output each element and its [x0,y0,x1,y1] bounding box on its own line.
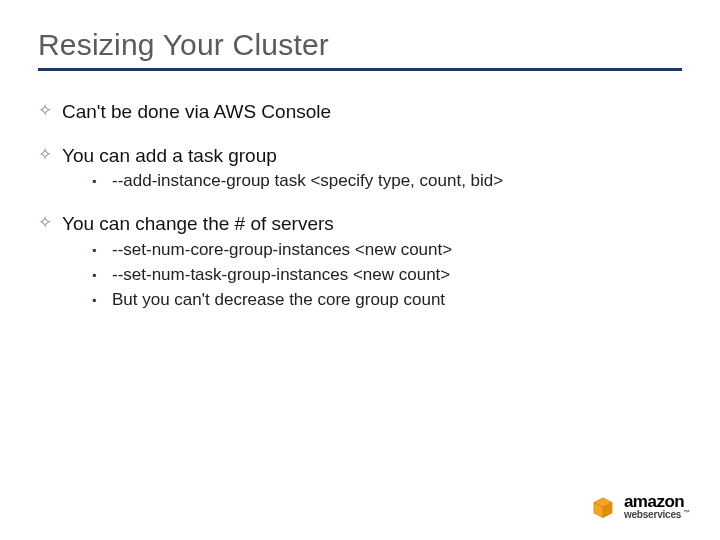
diamond-icon: ✧ [38,99,62,123]
title-rule [38,68,682,71]
aws-logo: amazon webservices™ [588,492,690,522]
list-item-text: Can't be done via AWS Console [62,99,682,125]
trademark-icon: ™ [683,509,690,516]
list-item: ▪ --set-num-core-group-instances <new co… [92,239,682,262]
diamond-icon: ✧ [38,211,62,235]
list-item-text: But you can't decrease the core group co… [112,289,682,312]
diamond-icon: ✧ [38,143,62,167]
list-item: ▪ --add-instance-group task <specify typ… [92,170,682,193]
slide: Resizing Your Cluster ✧ Can't be done vi… [0,0,720,540]
list-item-text: --set-num-task-group-instances <new coun… [112,264,682,287]
list-item: ▪ But you can't decrease the core group … [92,289,682,312]
square-icon: ▪ [92,239,112,262]
aws-logo-line1: amazon [624,492,684,511]
slide-title: Resizing Your Cluster [38,28,682,62]
list-item-text: You can change the # of servers [62,211,682,237]
list-item-text: --add-instance-group task <specify type,… [112,170,682,193]
square-icon: ▪ [92,264,112,287]
square-icon: ▪ [92,170,112,193]
list-item: ▪ --set-num-task-group-instances <new co… [92,264,682,287]
list-item: ✧ Can't be done via AWS Console [38,99,682,125]
list-item: ✧ You can add a task group ▪ --add-insta… [38,143,682,194]
list-item: ✧ You can change the # of servers ▪ --se… [38,211,682,311]
aws-logo-text: amazon webservices™ [624,494,690,520]
bullet-list: ✧ Can't be done via AWS Console ✧ You ca… [38,99,682,312]
aws-cube-icon [588,492,618,522]
list-item-text: You can add a task group [62,143,682,169]
aws-logo-line2: webservices [624,509,681,520]
square-icon: ▪ [92,289,112,312]
list-item-text: --set-num-core-group-instances <new coun… [112,239,682,262]
